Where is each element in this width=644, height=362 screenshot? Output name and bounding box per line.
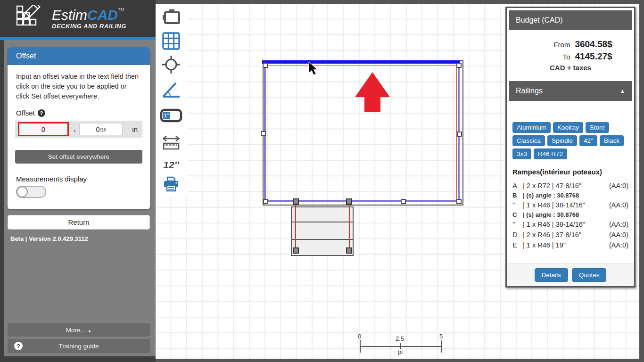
handle-bottom-mid[interactable] bbox=[401, 199, 406, 204]
handle-mid-right[interactable] bbox=[457, 132, 462, 137]
railing-tag[interactable]: 3x3 bbox=[512, 148, 531, 159]
budget-taxes-label: CAD + taxes bbox=[507, 64, 634, 72]
collapse-arrow-icon[interactable]: ▲ bbox=[620, 88, 625, 94]
scale-label-end: 5 bbox=[439, 333, 443, 340]
chevron-up-icon: ▲ bbox=[87, 329, 91, 333]
canvas-scrollbar[interactable] bbox=[639, 0, 644, 362]
railing-tag[interactable]: Store bbox=[586, 122, 609, 133]
help-circle-icon: ? bbox=[14, 342, 23, 350]
scale-unit-label: pi bbox=[398, 348, 403, 355]
north-arrow-icon bbox=[354, 70, 391, 115]
handle-top-left[interactable] bbox=[263, 63, 268, 68]
budget-to-value: 4145.27$ bbox=[575, 51, 612, 62]
railing-list-row: A | 2 x R72 | 47-8/16" (AA:0) bbox=[512, 181, 628, 191]
railing-list-row: " | 1 x R46 | 38-14/16" (AA:0) bbox=[512, 219, 628, 230]
railing-tag[interactable]: Classica bbox=[512, 135, 545, 146]
railing-tag[interactable]: Koolray bbox=[553, 122, 583, 133]
svg-text:1": 1" bbox=[164, 113, 169, 118]
handle-bottom-left[interactable] bbox=[263, 199, 268, 204]
details-button[interactable]: Details bbox=[535, 268, 568, 282]
offset-input-group: . 0/16 in bbox=[15, 121, 142, 138]
budget-to-label: To bbox=[528, 53, 570, 61]
scale-label-start: 0 bbox=[358, 333, 361, 340]
offset-unit-label: in bbox=[132, 125, 138, 133]
toggle-knob bbox=[17, 186, 28, 197]
offset-panel-title: Offset bbox=[8, 47, 150, 65]
handle-stair-end-right[interactable] bbox=[346, 247, 352, 254]
scale-tick-end bbox=[441, 340, 442, 353]
set-offset-everywhere-button[interactable]: Set offset everywhere bbox=[15, 150, 142, 164]
scale-label-mid: 2.5 bbox=[396, 335, 404, 342]
railing-list: A | 2 x R72 | 47-8/16" (AA:0) B | (s) an… bbox=[507, 181, 634, 255]
print-icon[interactable] bbox=[156, 176, 187, 192]
more-button[interactable]: More... ▲ bbox=[8, 323, 150, 337]
canvas-bottom-frame bbox=[156, 359, 644, 362]
handle-stair-end-left[interactable] bbox=[293, 247, 299, 254]
deck-edge-top-selected[interactable] bbox=[262, 60, 460, 64]
grid-icon[interactable] bbox=[156, 32, 187, 50]
mouse-cursor bbox=[308, 61, 320, 77]
budget-from-label: From bbox=[528, 41, 570, 49]
railing-tags: AluminiumKoolrayStoreClassicaSpindle42"B… bbox=[507, 103, 634, 159]
handle-stair-attach-left[interactable] bbox=[293, 198, 299, 205]
angle-tool-icon[interactable] bbox=[156, 81, 187, 99]
railing-tag[interactable]: Black bbox=[600, 135, 624, 146]
crosshair-snap-icon[interactable] bbox=[156, 55, 187, 74]
handle-mid-left[interactable] bbox=[261, 131, 266, 136]
railing-tag[interactable]: R46 R72 bbox=[534, 148, 567, 159]
budget-panel: Budget (CAD) From 3604.58$ To 4145.27$ C… bbox=[505, 7, 636, 288]
railing-list-row: B | (s) angle : 30.8768 bbox=[512, 191, 628, 200]
handle-stair-attach-right[interactable] bbox=[346, 198, 352, 205]
offset-field-label: Offset bbox=[16, 109, 35, 117]
budget-from-value: 3604.58$ bbox=[575, 39, 612, 49]
railing-tag[interactable]: Aluminium bbox=[512, 122, 551, 133]
drawing-toolbar: 1" 12″ bbox=[156, 4, 187, 197]
brand-name: EstimCADTM bbox=[52, 8, 126, 23]
rampes-list-title: Rampes(intérieur poteaux) bbox=[507, 159, 634, 176]
stair-stringer-left bbox=[295, 202, 296, 251]
budget-panel-footer: Details Quotes bbox=[507, 263, 634, 286]
measure-ruler-icon[interactable] bbox=[156, 135, 187, 152]
railing-list-row: D | 2 x R46 | 37-8/16" (AA:0) bbox=[512, 230, 628, 240]
railing-tag[interactable]: 42" bbox=[579, 135, 597, 146]
budget-panel-title: Budget (CAD) bbox=[509, 10, 632, 30]
training-guide-button[interactable]: ? Training guide bbox=[8, 339, 150, 353]
canvas-top-frame bbox=[156, 0, 644, 4]
stair-tread bbox=[292, 222, 353, 222]
handle-top-right[interactable] bbox=[456, 63, 462, 68]
unit-twelve-inch-icon[interactable]: 12″ bbox=[156, 159, 187, 171]
offset-whole-input[interactable] bbox=[18, 122, 69, 136]
railings-section-header[interactable]: Railings ▲ bbox=[509, 81, 632, 101]
railing-tag[interactable]: Spindle bbox=[547, 135, 577, 146]
version-label: Beta | Version 2.0.429.3112 bbox=[10, 235, 88, 242]
plan-board-icon[interactable] bbox=[156, 8, 187, 26]
railing-list-row: E | 1 x R46 | 19" (AA:0) bbox=[512, 240, 628, 250]
stairs[interactable] bbox=[291, 206, 354, 256]
brand-logo-icon bbox=[16, 5, 45, 33]
handle-bottom-right[interactable] bbox=[456, 199, 462, 204]
left-sidebar: EstimCADTM DECKING AND RAILING Offset In… bbox=[4, 0, 156, 356]
offset-instructions: Input an offset value in the text field … bbox=[8, 65, 150, 101]
scale-tick-start bbox=[360, 340, 361, 353]
offset-help-icon[interactable]: ? bbox=[38, 109, 45, 117]
quotes-button[interactable]: Quotes bbox=[572, 268, 607, 282]
offset-panel: Offset Input an offset value in the text… bbox=[8, 47, 150, 209]
offset-separator: . bbox=[74, 125, 75, 133]
stair-stringer-right bbox=[349, 202, 350, 251]
brand-tagline: DECKING AND RAILING bbox=[52, 23, 126, 30]
railing-list-row: C | (s) angle : 30.8768 bbox=[512, 210, 628, 219]
measurements-display-toggle[interactable] bbox=[16, 186, 46, 198]
app-header: EstimCADTM DECKING AND RAILING bbox=[0, 0, 156, 40]
railing-list-row: " | 1 x R46 | 38-14/16" (AA:0) bbox=[512, 200, 628, 210]
measurements-display-label: Measurements display bbox=[8, 164, 150, 186]
budget-values: From 3604.58$ To 4145.27$ CAD + taxes bbox=[507, 33, 634, 76]
offset-fraction-input[interactable]: 0/16 bbox=[79, 123, 123, 135]
unit-one-inch-icon[interactable]: 1" bbox=[156, 108, 187, 123]
stair-tread bbox=[292, 239, 353, 240]
return-button[interactable]: Return bbox=[8, 215, 150, 230]
